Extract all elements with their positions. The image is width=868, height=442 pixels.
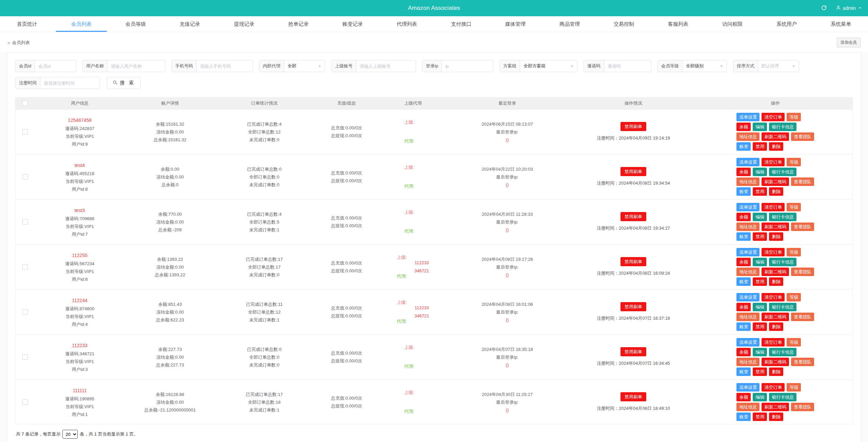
- action-view-team[interactable]: 查看团队: [791, 132, 814, 141]
- action-delete[interactable]: 删除: [769, 232, 783, 241]
- action-edit[interactable]: 编辑: [753, 258, 767, 266]
- action-clear-orders[interactable]: 清空订单: [762, 383, 785, 392]
- action-address-info[interactable]: 地址信息: [736, 313, 760, 321]
- action-bank-card-info[interactable]: 银行卡信息: [769, 213, 796, 221]
- nav-tab-grab-order-records[interactable]: 抢单记录: [271, 16, 326, 32]
- nav-tab-agent-list[interactable]: 代理列表: [380, 16, 434, 32]
- parent-account-link[interactable]: 346721: [414, 268, 429, 274]
- action-refresh-qrcode[interactable]: 刷新二维码: [762, 177, 789, 186]
- disable-brush-button[interactable]: 禁用刷单: [620, 212, 646, 221]
- action-account-change[interactable]: 账变: [736, 187, 751, 196]
- action-address-info[interactable]: 地址信息: [736, 132, 760, 141]
- row-checkbox[interactable]: [22, 129, 28, 134]
- nav-tab-trade-control[interactable]: 交易控制: [597, 16, 651, 32]
- row-username[interactable]: 112233: [36, 341, 123, 350]
- action-disable[interactable]: 禁用: [753, 187, 767, 196]
- action-address-info[interactable]: 地址信息: [736, 268, 760, 276]
- action-edit[interactable]: 编辑: [753, 168, 767, 176]
- action-delete[interactable]: 删除: [769, 187, 783, 196]
- action-bank-card-info[interactable]: 银行卡信息: [769, 348, 796, 356]
- action-balance[interactable]: 余额: [736, 393, 751, 401]
- disable-brush-button[interactable]: 禁用刷单: [620, 302, 646, 311]
- action-refresh-qrcode[interactable]: 刷新二维码: [762, 223, 789, 231]
- row-checkbox[interactable]: [22, 219, 28, 225]
- row-checkbox[interactable]: [22, 354, 28, 360]
- action-address-info[interactable]: 地址信息: [736, 358, 760, 366]
- nav-tab-service-list[interactable]: 客服列表: [651, 16, 705, 32]
- action-delete[interactable]: 删除: [769, 367, 783, 376]
- action-view-team[interactable]: 查看团队: [791, 268, 814, 276]
- filter-sort-order-select[interactable]: 默认排序▼: [758, 60, 799, 72]
- nav-tab-member-level[interactable]: 会员等级: [108, 16, 163, 32]
- filter-parent-account-input[interactable]: [356, 60, 416, 72]
- action-account-change[interactable]: 账变: [736, 142, 751, 151]
- action-account-change[interactable]: 账变: [736, 232, 751, 241]
- nav-tab-account-change-records[interactable]: 账变记录: [326, 16, 380, 32]
- parent-account-link[interactable]: 112233: [414, 305, 429, 311]
- action-balance[interactable]: 余额: [736, 123, 751, 131]
- action-bank-card-info[interactable]: 银行卡信息: [769, 303, 796, 311]
- action-clear-orders[interactable]: 清空订单: [762, 293, 785, 301]
- nav-tab-member-list[interactable]: 会员列表: [54, 16, 108, 32]
- action-view-team[interactable]: 查看团队: [791, 403, 814, 411]
- filter-phone-input[interactable]: [197, 60, 253, 72]
- action-disable[interactable]: 禁用: [753, 322, 767, 331]
- action-disable[interactable]: 禁用: [753, 413, 767, 421]
- action-refresh-qrcode[interactable]: 刷新二维码: [762, 358, 789, 366]
- action-bank-card-info[interactable]: 银行卡信息: [769, 393, 796, 401]
- action-level[interactable]: 等级: [787, 293, 801, 301]
- action-bank-card-info[interactable]: 银行卡信息: [769, 123, 796, 131]
- action-disable[interactable]: 禁用: [753, 277, 767, 286]
- nav-tab-recharge-records[interactable]: 充值记录: [163, 16, 217, 32]
- row-username[interactable]: 112244: [36, 296, 123, 305]
- row-checkbox[interactable]: [22, 399, 28, 405]
- action-balance[interactable]: 余额: [736, 303, 751, 311]
- action-view-team[interactable]: 查看团队: [791, 223, 814, 231]
- action-disable[interactable]: 禁用: [753, 232, 767, 241]
- row-username[interactable]: 111111: [36, 386, 123, 395]
- action-balance[interactable]: 余额: [736, 348, 751, 356]
- action-edit[interactable]: 编辑: [753, 213, 767, 221]
- action-refresh-qrcode[interactable]: 刷新二维码: [762, 132, 789, 141]
- action-chain-order-setup[interactable]: 连单设置: [736, 248, 760, 256]
- disable-brush-button[interactable]: 禁用刷单: [620, 347, 646, 356]
- action-delete[interactable]: 删除: [769, 413, 783, 421]
- action-account-change[interactable]: 账变: [736, 413, 751, 421]
- action-refresh-qrcode[interactable]: 刷新二维码: [762, 268, 789, 276]
- action-account-change[interactable]: 账变: [736, 277, 751, 286]
- nav-tab-access-control[interactable]: 访问权限: [705, 16, 760, 32]
- row-checkbox[interactable]: [22, 264, 28, 270]
- refresh-button[interactable]: [821, 5, 827, 12]
- action-level[interactable]: 等级: [787, 338, 801, 346]
- select-all-checkbox[interactable]: [22, 101, 28, 106]
- row-username[interactable]: test4: [36, 161, 123, 170]
- row-username[interactable]: 125487458: [36, 116, 123, 125]
- action-refresh-qrcode[interactable]: 刷新二维码: [762, 313, 789, 321]
- row-checkbox[interactable]: [22, 309, 28, 315]
- action-clear-orders[interactable]: 清空订单: [762, 338, 785, 346]
- page-size-select[interactable]: 20: [62, 430, 78, 439]
- add-member-button[interactable]: 添加会员: [837, 38, 861, 47]
- action-chain-order-setup[interactable]: 连单设置: [736, 383, 760, 392]
- nav-tab-product-manage[interactable]: 商品管理: [542, 16, 597, 32]
- filter-register-time-input[interactable]: [40, 77, 100, 89]
- disable-brush-button[interactable]: 禁用刷单: [620, 257, 646, 266]
- action-level[interactable]: 等级: [787, 248, 801, 256]
- action-balance[interactable]: 余额: [736, 168, 751, 176]
- action-clear-orders[interactable]: 清空订单: [762, 158, 785, 166]
- action-clear-orders[interactable]: 清空订单: [762, 203, 785, 211]
- action-bank-card-info[interactable]: 银行卡信息: [769, 258, 796, 266]
- disable-brush-button[interactable]: 禁用刷单: [620, 122, 646, 131]
- search-button[interactable]: 搜 索: [107, 77, 141, 89]
- action-clear-orders[interactable]: 清空订单: [762, 248, 785, 256]
- filter-login-ip-input[interactable]: [442, 60, 493, 72]
- action-chain-order-setup[interactable]: 连单设置: [736, 158, 760, 166]
- filter-member-level-select[interactable]: 全部级别▼: [683, 60, 727, 72]
- action-clear-orders[interactable]: 清空订单: [762, 113, 785, 121]
- action-balance[interactable]: 余额: [736, 258, 751, 266]
- filter-invite-code-input[interactable]: [604, 60, 651, 72]
- row-username[interactable]: 112255: [36, 251, 123, 260]
- login-ip-link[interactable]: (): [448, 361, 567, 369]
- login-ip-link[interactable]: (): [448, 406, 567, 414]
- nav-tab-system-users[interactable]: 系统用户: [760, 16, 814, 32]
